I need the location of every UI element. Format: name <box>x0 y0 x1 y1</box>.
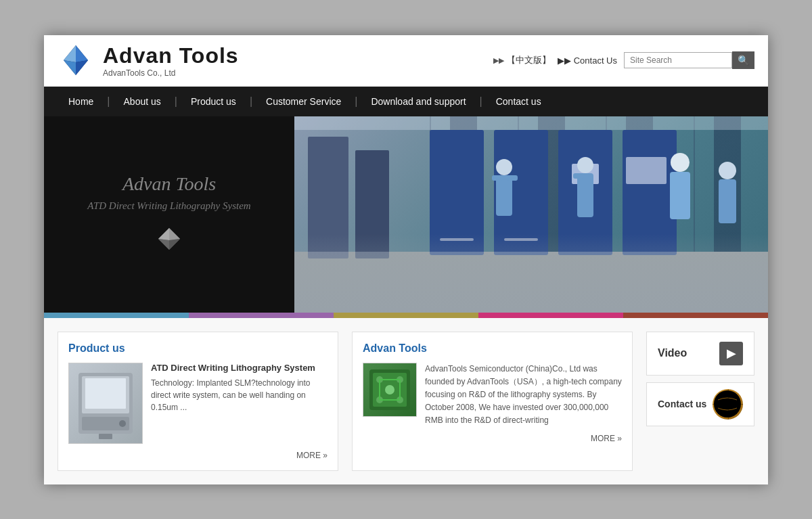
search-container: 🔍 <box>624 51 754 69</box>
color-seg-3 <box>334 313 478 318</box>
contact-us-header-text: Contact Us <box>574 55 617 66</box>
nav-sep-4: | <box>352 95 360 108</box>
product-card-title: Product us <box>68 342 328 355</box>
svg-point-38 <box>119 420 126 427</box>
product-card: Product us ATD Direct Writing Lithograph… <box>58 332 338 471</box>
main-container: Advan Tools AdvanTools Co., Ltd ▶▶ 【中文版】… <box>44 35 768 484</box>
nav-sep-1: | <box>104 95 112 108</box>
svg-marker-3 <box>76 60 88 75</box>
product-details: ATD Direct Writing Lithography System Te… <box>151 363 328 444</box>
svg-marker-7 <box>158 228 169 240</box>
about-more-link[interactable]: MORE » <box>363 434 622 443</box>
svg-rect-25 <box>577 173 593 217</box>
svg-rect-39 <box>99 434 112 439</box>
chinese-link[interactable]: ▶▶ 【中文版】 <box>493 54 551 66</box>
svg-rect-16 <box>623 130 677 255</box>
svg-rect-37 <box>85 378 126 409</box>
color-bar <box>44 313 768 318</box>
color-seg-4 <box>478 313 623 318</box>
hero-title: Advan Tools <box>122 173 216 195</box>
nav-product[interactable]: Product us <box>180 87 247 116</box>
about-text: AdvanTools Semiconductor (China)Co., Ltd… <box>425 363 622 428</box>
hero-right-panel <box>294 116 768 313</box>
svg-rect-22 <box>492 175 503 181</box>
color-seg-2 <box>189 313 334 318</box>
svg-rect-28 <box>670 172 690 219</box>
play-icon: ▶ <box>719 342 743 365</box>
svg-point-24 <box>577 157 593 173</box>
cleanroom-image <box>294 116 768 313</box>
svg-point-27 <box>671 153 690 172</box>
svg-rect-32 <box>504 238 538 241</box>
about-card-title: Advan Tools <box>363 342 622 355</box>
svg-rect-12 <box>355 150 389 258</box>
nav-sep-5: | <box>477 95 485 108</box>
hero-banner: Advan Tools ATD Direct Writing Lithograp… <box>44 116 768 313</box>
svg-rect-21 <box>496 175 512 216</box>
svg-rect-23 <box>507 175 518 181</box>
svg-point-29 <box>719 162 736 179</box>
svg-point-57 <box>714 390 741 418</box>
search-input[interactable] <box>624 52 732 68</box>
svg-rect-10 <box>294 252 768 313</box>
chinese-link-text: 【中文版】 <box>507 54 551 66</box>
nav-contact[interactable]: Contact us <box>485 87 552 116</box>
right-sidebar: Video ▶ Contact us <box>646 332 754 471</box>
nav-sep-3: | <box>247 95 255 108</box>
svg-rect-13 <box>430 130 484 255</box>
about-inner: AdvanTools Semiconductor (China)Co., Ltd… <box>363 363 622 428</box>
product-desc: Technology: Implanted SLM?technology int… <box>151 377 328 413</box>
header-right: ▶▶ 【中文版】 ▶▶ Contact Us 🔍 <box>493 51 754 69</box>
color-seg-1 <box>44 313 189 318</box>
logo-icon <box>58 42 95 79</box>
svg-rect-31 <box>440 238 474 241</box>
svg-point-44 <box>385 385 394 394</box>
product-inner: ATD Direct Writing Lithography System Te… <box>68 363 328 444</box>
svg-marker-8 <box>169 239 180 250</box>
nav-bar: Home | About us | Product us | Customer … <box>44 87 768 116</box>
svg-rect-33 <box>294 116 768 130</box>
hero-subtitle: ATD Direct Writing Lithography System <box>74 200 264 212</box>
contact-us-sidebar-label: Contact us <box>658 399 706 409</box>
svg-marker-6 <box>169 228 180 240</box>
contact-us-header-link[interactable]: ▶▶ Contact Us <box>558 55 617 66</box>
svg-rect-19 <box>294 252 768 313</box>
hero-left-panel: Advan Tools ATD Direct Writing Lithograp… <box>44 116 294 313</box>
logo-title: Advan Tools <box>103 43 239 68</box>
svg-point-20 <box>496 159 512 175</box>
about-card: Advan Tools <box>352 332 633 471</box>
product-image <box>68 363 143 444</box>
chinese-icon: ▶▶ <box>493 56 504 65</box>
svg-rect-30 <box>719 179 736 223</box>
about-image <box>363 363 417 417</box>
color-seg-5 <box>623 313 768 318</box>
svg-rect-17 <box>626 157 667 184</box>
contact-us-sidebar-button[interactable]: Contact us <box>646 382 754 426</box>
svg-rect-11 <box>308 137 348 258</box>
svg-marker-9 <box>158 239 169 250</box>
product-more-link[interactable]: MORE » <box>68 451 328 460</box>
svg-marker-1 <box>76 45 88 62</box>
globe-icon <box>713 389 743 420</box>
nav-download[interactable]: Download and support <box>360 87 476 116</box>
logo-subtitle: AdvanTools Co., Ltd <box>103 68 239 78</box>
video-label: Video <box>658 347 687 359</box>
contact-icon: ▶▶ <box>558 55 571 66</box>
nav-sep-2: | <box>172 95 180 108</box>
svg-rect-26 <box>573 173 584 179</box>
product-name: ATD Direct Writing Lithography System <box>151 363 328 373</box>
hero-diamond-icon <box>156 225 183 255</box>
nav-home[interactable]: Home <box>58 87 104 116</box>
header: Advan Tools AdvanTools Co., Ltd ▶▶ 【中文版】… <box>44 35 768 87</box>
search-button[interactable]: 🔍 <box>732 51 754 69</box>
nav-about[interactable]: About us <box>113 87 172 116</box>
logo-area: Advan Tools AdvanTools Co., Ltd <box>58 42 493 79</box>
video-button[interactable]: Video ▶ <box>646 332 754 376</box>
svg-marker-4 <box>64 60 76 75</box>
content-section: Product us ATD Direct Writing Lithograph… <box>44 318 768 484</box>
svg-marker-2 <box>64 45 76 62</box>
logo-text-area: Advan Tools AdvanTools Co., Ltd <box>103 43 239 78</box>
nav-customer-service[interactable]: Customer Service <box>255 87 352 116</box>
